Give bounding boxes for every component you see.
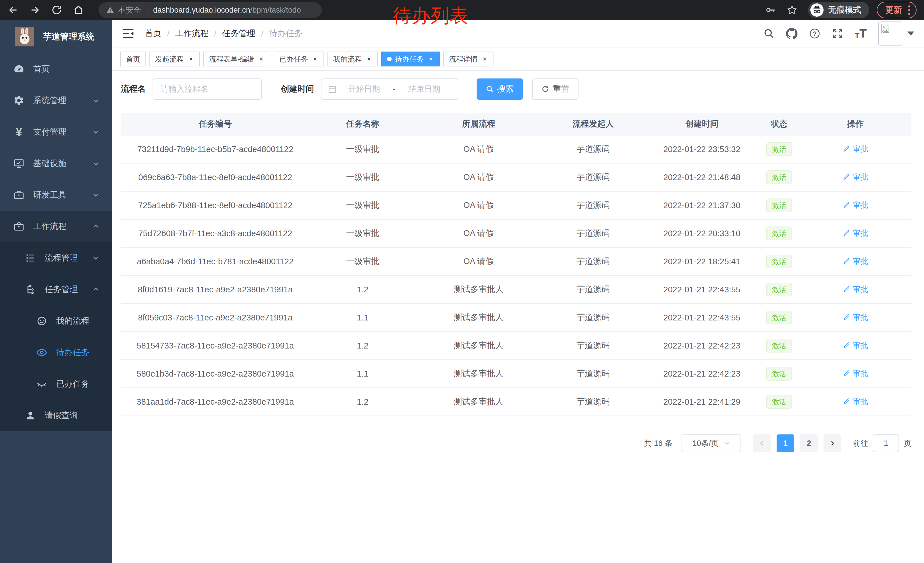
approve-link[interactable]: 审批 (843, 256, 868, 266)
close-icon[interactable] (428, 56, 434, 62)
tab-label: 首页 (126, 54, 140, 64)
sidebar-item-my-process[interactable]: 我的流程 (0, 305, 112, 337)
cell-task-name: 一级审批 (310, 163, 416, 191)
table-header-row: 任务编号 任务名称 所属流程 流程发起人 创建时间 状态 操作 (121, 113, 911, 135)
tab-todo-tasks[interactable]: 待办任务 (381, 51, 440, 66)
cell-starter: 芋道源码 (542, 191, 645, 219)
address-bar[interactable]: 不安全 dashboard.yudao.iocoder.cn/bpm/task/… (99, 2, 322, 18)
app-title: 芋道管理系统 (43, 31, 94, 43)
status-badge: 激活 (766, 283, 792, 297)
sidebar-item-devtools[interactable]: 研发工具 (0, 179, 112, 211)
todo-task-table: 任务编号 任务名称 所属流程 流程发起人 创建时间 状态 操作 73211d9d… (121, 113, 911, 416)
approve-link[interactable]: 审批 (843, 312, 868, 323)
close-icon[interactable] (366, 56, 372, 62)
sidebar-item-system[interactable]: 系统管理 (0, 85, 112, 116)
process-name-input[interactable] (153, 78, 262, 100)
avatar-dropdown-caret[interactable] (908, 32, 914, 36)
approve-link[interactable]: 审批 (843, 228, 868, 238)
pagination-total: 共 16 条 (644, 438, 672, 449)
breadcrumb-task-mgmt[interactable]: 任务管理 (222, 28, 255, 39)
approve-link[interactable]: 审批 (843, 396, 868, 407)
close-icon[interactable] (258, 56, 264, 62)
approve-link[interactable]: 审批 (843, 340, 868, 350)
cell-starter: 芋道源码 (542, 303, 645, 332)
goto-page-input[interactable] (873, 434, 899, 452)
eye-closed-icon (36, 378, 48, 390)
sidebar-item-process-mgmt[interactable]: 流程管理 (0, 242, 112, 274)
tab-home[interactable]: 首页 (120, 51, 146, 66)
security-label[interactable]: 不安全 (118, 5, 141, 15)
end-date-placeholder[interactable]: 结束日期 (397, 84, 452, 95)
text-size-icon[interactable]: TT (855, 27, 867, 39)
approve-link[interactable]: 审批 (843, 144, 868, 154)
approve-link[interactable]: 审批 (843, 172, 868, 182)
sidebar-item-leave-query[interactable]: 请假查询 (0, 400, 112, 431)
page-2-button[interactable]: 2 (800, 434, 818, 452)
sidebar-item-todo-tasks[interactable]: 待办任务 (0, 337, 112, 368)
approve-link[interactable]: 审批 (843, 200, 868, 210)
date-range-picker[interactable]: 开始日期 - 结束日期 (321, 78, 458, 100)
sidebar-item-workflow[interactable]: 工作流程 (0, 211, 112, 242)
close-icon[interactable] (188, 56, 194, 62)
password-key-icon[interactable] (765, 4, 776, 16)
approve-link[interactable]: 审批 (843, 368, 868, 378)
cell-task-name: 一级审批 (310, 248, 416, 275)
page-1-button[interactable]: 1 (777, 434, 794, 452)
home-icon[interactable] (73, 4, 84, 16)
breadcrumb-home[interactable]: 首页 (145, 28, 162, 39)
search-icon[interactable] (763, 28, 775, 39)
cell-task-id: 8f059c03-7ac8-11ec-a9e2-a2380e71991a (121, 303, 310, 332)
col-header-starter: 流程发起人 (542, 113, 645, 135)
cell-task-id: 8f0d1619-7ac8-11ec-a9e2-a2380e71991a (121, 275, 310, 303)
svg-text:?: ? (813, 30, 817, 37)
main-area: 首页 / 工作流程 / 任务管理 / 待办任务 ? TT (112, 20, 924, 563)
sidebar-item-label: 任务管理 (45, 284, 78, 295)
sidebar-item-done-tasks[interactable]: 已办任务 (0, 368, 112, 400)
sidebar-item-payment[interactable]: ¥ 支付管理 (0, 116, 112, 148)
start-date-placeholder[interactable]: 开始日期 (337, 84, 391, 95)
github-icon[interactable] (786, 28, 798, 39)
reset-button[interactable]: 重置 (532, 78, 579, 100)
tab-form-edit[interactable]: 流程表单-编辑 (203, 51, 270, 66)
approve-link[interactable]: 审批 (843, 284, 868, 294)
table-row: 725a1eb6-7b88-11ec-8ef0-acde48001122 一级审… (121, 191, 911, 219)
chrome-update-button[interactable]: 更新 (877, 2, 916, 18)
app-logo-row[interactable]: 芋道管理系统 (0, 20, 112, 53)
edit-icon (843, 145, 850, 153)
close-icon[interactable] (482, 56, 488, 62)
sidebar-item-infrastructure[interactable]: 基础设施 (0, 148, 112, 179)
sidebar-collapse-icon[interactable] (122, 28, 135, 39)
browser-menu-icon[interactable] (908, 6, 910, 15)
tab-process-detail[interactable]: 流程详情 (443, 51, 494, 66)
col-header-status: 状态 (759, 113, 799, 135)
sidebar: 芋道管理系统 首页 系统管理 ¥ 支付管理 基础设施 研发工具 (0, 20, 112, 563)
back-icon[interactable] (8, 4, 19, 16)
col-header-process: 所属流程 (416, 113, 542, 135)
url-text[interactable]: dashboard.yudao.iocoder.cn/bpm/task/todo (153, 6, 301, 15)
next-page-button[interactable] (824, 434, 841, 452)
reload-icon[interactable] (51, 4, 62, 16)
app-header: 首页 / 工作流程 / 任务管理 / 待办任务 ? TT (112, 20, 924, 48)
tab-my-process[interactable]: 我的流程 (327, 51, 378, 66)
sidebar-item-task-mgmt[interactable]: 任务管理 (0, 274, 112, 305)
prev-page-button[interactable] (753, 434, 771, 452)
sidebar-item-label: 流程管理 (45, 252, 78, 264)
sidebar-item-home[interactable]: 首页 (0, 53, 112, 85)
cell-process: 测试多审批人 (416, 332, 542, 360)
bookmark-star-icon[interactable] (786, 4, 798, 16)
forward-icon[interactable] (29, 4, 40, 16)
close-icon[interactable] (312, 56, 318, 62)
page-size-select[interactable]: 10条/页 (681, 434, 741, 452)
search-button[interactable]: 搜索 (477, 78, 523, 100)
tab-done-tasks[interactable]: 已办任务 (274, 51, 324, 66)
tab-start-process[interactable]: 发起流程 (149, 51, 200, 66)
fullscreen-icon[interactable] (832, 28, 843, 39)
not-secure-icon (106, 6, 114, 14)
help-icon[interactable]: ? (809, 28, 820, 39)
breadcrumb-workflow[interactable]: 工作流程 (175, 28, 208, 39)
avatar[interactable] (878, 21, 902, 45)
chevron-down-icon (92, 128, 100, 136)
approve-label: 审批 (853, 312, 868, 323)
cell-process: OA 请假 (416, 248, 542, 275)
table-row: 069c6a63-7b8a-11ec-8ef0-acde48001122 一级审… (121, 163, 911, 191)
